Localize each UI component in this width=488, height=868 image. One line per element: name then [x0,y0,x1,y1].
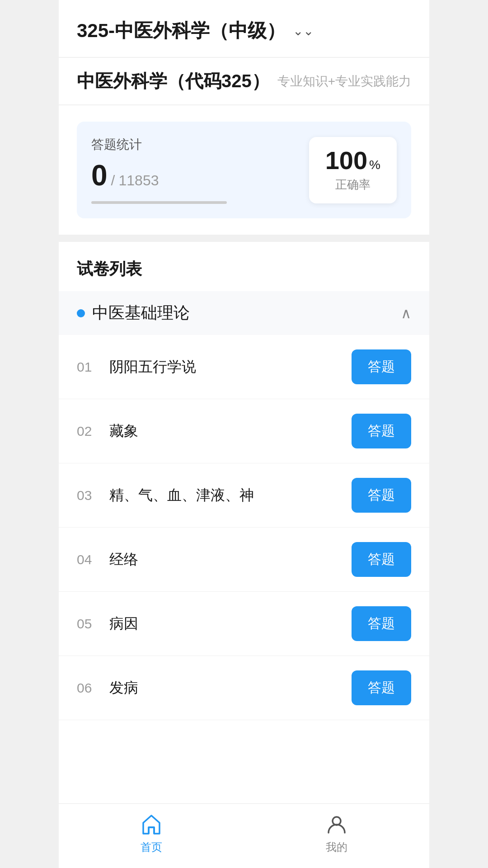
nav-label-home: 首页 [141,840,162,854]
progress-bar [91,201,227,204]
answer-button-05[interactable]: 答题 [352,606,411,641]
chevron-down-icon[interactable]: ⌄⌄ [293,24,314,38]
item-number: 06 [77,680,99,696]
nav-label-profile: 我的 [326,840,347,854]
category-dot-icon [77,309,85,317]
list-item: 04 经络 答题 [59,528,429,592]
item-name: 病因 [109,614,138,634]
person-icon [325,813,348,836]
subject-name: 中医外科学（代码325） [77,69,270,94]
stats-left: 答题统计 0 / 11853 [91,136,227,204]
accuracy-label: 正确率 [335,177,371,193]
stats-count: 0 / 11853 [91,159,227,192]
nav-item-profile[interactable]: 我的 [244,813,429,854]
category-expand-icon[interactable]: ∧ [401,305,411,322]
bottom-nav: 首页 我的 [59,803,429,868]
accuracy-percent: % [369,158,380,172]
nav-item-home[interactable]: 首页 [59,813,244,854]
answer-button-03[interactable]: 答题 [352,478,411,513]
list-item: 02 藏象 答题 [59,399,429,463]
paper-list-section: 试卷列表 中医基础理论 ∧ 01 阴阳五行学说 答题 02 藏象 答题 [59,242,429,868]
section-title: 试卷列表 [59,242,429,291]
item-number: 03 [77,488,99,503]
answer-button-02[interactable]: 答题 [352,414,411,448]
category-name: 中医基础理论 [92,302,190,324]
category-left: 中医基础理论 [77,302,190,324]
item-name: 藏象 [109,421,138,441]
list-item: 05 病因 答题 [59,592,429,656]
list-item: 03 精、气、血、津液、神 答题 [59,463,429,528]
home-icon [140,813,163,836]
category-header[interactable]: 中医基础理论 ∧ [59,291,429,335]
item-number: 02 [77,424,99,439]
item-name: 精、气、血、津液、神 [109,486,254,505]
list-item-left: 05 病因 [77,614,138,634]
total-count: 11853 [118,172,159,189]
list-item: 06 发病 答题 [59,656,429,720]
item-name: 发病 [109,678,138,698]
answer-button-04[interactable]: 答题 [352,542,411,577]
list-item-left: 06 发病 [77,678,138,698]
list-item-left: 02 藏象 [77,421,138,441]
answered-count: 0 [91,159,108,192]
answer-button-06[interactable]: 答题 [352,670,411,705]
item-name: 阴阳五行学说 [109,357,196,377]
stats-divider: / [111,172,115,189]
list-item-left: 03 精、气、血、津液、神 [77,486,254,505]
subject-bar: 中医外科学（代码325） 专业知识+专业实践能力 [59,58,429,104]
stats-card: 答题统计 0 / 11853 100 % 正确率 [77,122,411,218]
accuracy-box: 100 % 正确率 [309,137,397,203]
accuracy-value: 100 [325,148,367,173]
answer-button-01[interactable]: 答题 [352,349,411,384]
stats-section: 答题统计 0 / 11853 100 % 正确率 [59,105,429,235]
header: 325-中医外科学（中级） ⌄⌄ [59,0,429,57]
list-item-left: 04 经络 [77,550,138,570]
item-number: 05 [77,616,99,632]
list-item: 01 阴阳五行学说 答题 [59,335,429,399]
stats-label: 答题统计 [91,136,227,153]
item-name: 经络 [109,550,138,570]
item-number: 04 [77,552,99,567]
page-title: 325-中医外科学（中级） [77,18,286,43]
list-item-left: 01 阴阳五行学说 [77,357,196,377]
item-number: 01 [77,359,99,375]
subject-desc: 专业知识+专业实践能力 [277,73,411,90]
